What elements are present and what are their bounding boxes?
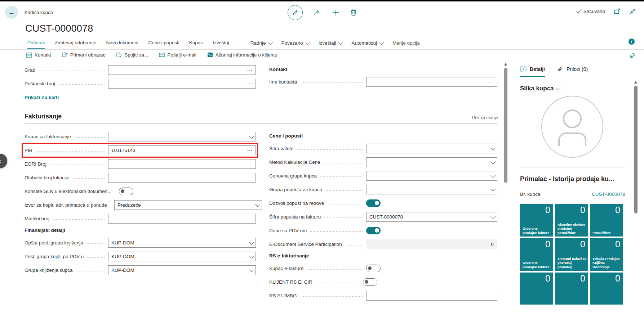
show-less-link[interactable]: Prikaži manje [472, 115, 498, 120]
chevron-down-icon[interactable] [249, 253, 254, 258]
tile-otvorene-prodajne-fakture-2[interactable]: 0 Otvorene prodajne fakture [520, 238, 553, 271]
tile-otvorene-prodajne-fakture-1[interactable]: 0 Otvorene prodajne fakture [520, 204, 553, 237]
slika-kupca-header[interactable]: Slika kupca [520, 85, 644, 92]
tab-cene-i-popusti[interactable]: Cene i popusti [148, 40, 179, 49]
share-button[interactable] [314, 9, 321, 16]
chevron-down-icon[interactable] [249, 133, 254, 138]
chevron-down-icon[interactable] [490, 145, 496, 150]
more-options-link[interactable]: Manje opcija [392, 40, 420, 48]
izvor-za-kopir-dropdown[interactable]: Preduzeće [114, 200, 262, 210]
koristite-gln-toggle[interactable] [119, 188, 133, 195]
globalni-broj-lokacije-input[interactable] [108, 173, 256, 183]
field-row-edocument: E-Document Service Participation 0 [269, 239, 497, 249]
tab-kupac[interactable]: Kupac [189, 40, 203, 49]
tile-row3-3[interactable]: 0 [590, 273, 623, 305]
general-left-group: Grad ⋯ Poštanski broj ⋯ Prikaži na kart [25, 65, 256, 100]
toggle-knob [365, 280, 368, 284]
action-posalji-email[interactable]: Pošalji e-mail [159, 52, 196, 58]
sifra-popusta-dropdown[interactable]: CUST-0000078 [366, 212, 497, 222]
tab-zahtevaj-odobrenje[interactable]: Zahtevaj odobrenje [55, 40, 97, 49]
back-button[interactable]: ← [5, 6, 18, 19]
grad-input[interactable]: ⋯ [108, 65, 256, 75]
pib-label: PIB [25, 148, 32, 153]
edit-button[interactable] [288, 5, 303, 20]
dozvoli-popust-toggle[interactable] [366, 199, 381, 207]
paperclip-icon [557, 66, 563, 72]
grupa-knjizenja-kupca-dropdown[interactable]: KUP-DOM [108, 265, 256, 275]
tab-detalji[interactable]: i Detalji [520, 66, 545, 77]
tile-porudzbine[interactable]: 0 Porudžbine [590, 204, 623, 237]
chevron-down-icon[interactable] [249, 239, 254, 244]
chevron-down-icon[interactable] [490, 172, 496, 177]
action-azuriraj-informacije[interactable]: Ažuriraj informacije o klijentu [207, 52, 277, 58]
menu-izvestaji[interactable]: Izveštaji [319, 40, 342, 48]
ime-kontakta-input[interactable]: ⋯ [366, 77, 497, 87]
finansijski-detalji-title: Finansijski detalji [25, 228, 256, 233]
pib-input[interactable]: 101175143 ⋯ [108, 145, 256, 155]
dotted-leader [75, 137, 105, 138]
eori-broj-input[interactable] [108, 159, 256, 169]
tile-aktuelne-okvirne-porudzbine[interactable]: 0 Aktuelne okvirne prodajne porudžbine [555, 204, 588, 237]
posl-grupa-pdv-dropdown[interactable]: KUP-DOM [108, 252, 256, 261]
customer-no-link[interactable]: CUST-0000078 [592, 192, 625, 197]
klijent-rs-ei-cir-control-area [363, 278, 494, 286]
sales-history-title[interactable]: Primalac - Istorija prodaje ku... [520, 175, 628, 183]
scrollbar-thumb[interactable] [504, 68, 507, 183]
tile-row3-2[interactable]: 0 [555, 273, 588, 305]
chevron-left-icon: ‹ [0, 157, 1, 165]
cene-sa-pdv-toggle[interactable] [366, 227, 381, 234]
info-icon[interactable]: i [629, 39, 635, 45]
chevron-down-icon[interactable] [490, 213, 496, 219]
collapse-page-button[interactable] [630, 8, 636, 14]
action-spojiti-sa[interactable]: Spojiti sa... [116, 52, 148, 58]
action-primeni-obrazac[interactable]: Primeni obrazac [62, 52, 106, 58]
customer-picture-placeholder[interactable] [541, 96, 603, 158]
pin-actionbar-button[interactable] [630, 53, 635, 58]
factbox-scrollbar[interactable] [634, 78, 638, 301]
customer-no-row: Br. kupca CUST-0000078 [520, 192, 625, 197]
scrollbar-thumb[interactable] [634, 86, 638, 213]
tab-novi-dokument[interactable]: Novi dokument [106, 40, 138, 49]
chevron-down-icon[interactable] [255, 202, 260, 207]
dozvoli-popust-label: Dozvoli popust na redove [269, 201, 324, 206]
scroll-up-arrow[interactable] [634, 81, 637, 84]
metod-kalkulacije-dropdown[interactable] [366, 157, 497, 167]
klijent-rs-ei-cir-toggle[interactable] [363, 278, 377, 286]
dotted-leader [87, 243, 105, 244]
tile-value: 0 [615, 239, 620, 249]
open-in-new-window-button[interactable] [614, 8, 621, 14]
scroll-up-arrow[interactable] [504, 63, 507, 66]
delete-button[interactable] [350, 9, 357, 16]
grupa-popusta-dropdown[interactable] [366, 185, 497, 194]
menu-radnje[interactable]: Radnje [250, 40, 272, 48]
cenovna-grupa-dropdown[interactable] [366, 171, 497, 181]
action-kontakt[interactable]: Kontakt [26, 52, 51, 58]
kupac-efakture-toggle[interactable] [366, 265, 381, 272]
kupac-za-fakturisanje-dropdown[interactable] [108, 132, 256, 141]
rs-ei-jmbg-input[interactable] [366, 291, 497, 301]
open-in-new-window-icon [614, 8, 621, 14]
tab-izvestaj[interactable]: Izveštaj [213, 40, 229, 49]
toggle-knob [375, 228, 379, 233]
show-on-map-link[interactable]: Prikaži na karti [25, 95, 59, 100]
tile-value: 0 [545, 239, 550, 249]
opsta-posl-grupa-dropdown[interactable]: KUP-DOM [108, 238, 256, 248]
maticni-broj-input[interactable] [108, 214, 256, 224]
chevron-down-icon[interactable] [490, 186, 496, 191]
sifra-valute-dropdown[interactable] [366, 144, 497, 153]
sales-history-tiles: 0 Otvorene prodajne fakture 0 Aktuelne o… [520, 204, 644, 305]
postanski-broj-input[interactable]: ⋯ [108, 79, 256, 89]
menu-automatizuj[interactable]: Automatizuj [351, 40, 383, 48]
main-scrollbar[interactable] [503, 60, 508, 305]
tile-row3-1[interactable]: 0 [520, 273, 553, 305]
email-icon [159, 53, 165, 57]
tab-prilozi[interactable]: Prilozi (0) [557, 66, 588, 77]
tile-trenutni-nalozi-povracaj[interactable]: 0 Trenutni nalozi za povraćaj prodatog [555, 238, 588, 271]
new-record-button[interactable] [332, 9, 339, 16]
menu-povezano[interactable]: Povezano [281, 40, 309, 48]
chevron-down-icon[interactable] [490, 159, 496, 164]
fakturisanje-title[interactable]: Fakturisanje [25, 113, 62, 120]
chevron-down-icon[interactable] [249, 267, 254, 272]
tile-tekuca-knjizna-odobrenja[interactable]: 0 Tekuća Prodajna Knjižna Odobrenja [590, 238, 623, 271]
tab-pocetak[interactable]: Početak [27, 40, 45, 49]
